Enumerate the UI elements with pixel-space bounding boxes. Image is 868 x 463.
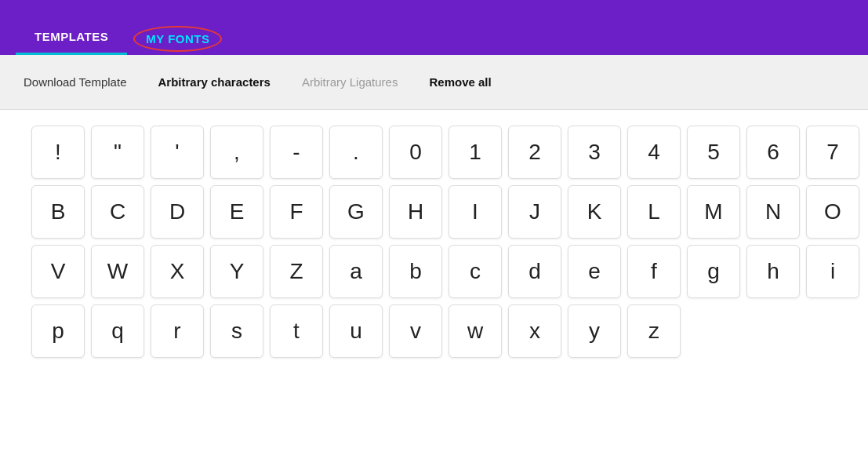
char-cell[interactable]: L [627,185,681,239]
char-cell[interactable]: w [449,304,502,358]
char-cell[interactable]: D [151,185,204,239]
char-cell[interactable]: f [627,245,681,298]
char-cell[interactable]: 1 [449,126,502,179]
char-cell[interactable]: b [389,245,442,298]
nav-tab-templates[interactable]: TEMPLATES [16,20,127,55]
char-row-3: VWXYZabcdefghi [31,245,837,298]
char-cell[interactable]: 7 [806,126,859,179]
char-cell[interactable]: O [806,185,859,239]
char-cell[interactable]: . [329,126,383,179]
char-cell[interactable]: W [91,245,144,298]
char-cell[interactable]: G [329,185,383,239]
char-cell[interactable]: r [151,304,204,358]
subtab-download-template[interactable]: Download Template [8,66,142,98]
char-cell[interactable]: K [568,185,621,239]
char-cell[interactable]: B [31,185,85,239]
char-cell[interactable]: h [746,245,800,298]
char-cell[interactable]: 4 [627,126,681,179]
char-cell[interactable]: y [568,304,621,358]
char-cell[interactable]: q [91,304,144,358]
char-row-2: BCDEFGHIJKLMNO [31,185,837,239]
char-cell[interactable]: i [806,245,859,298]
char-cell[interactable]: H [389,185,442,239]
char-cell[interactable]: g [687,245,740,298]
char-cell[interactable]: a [329,245,383,298]
header: TEMPLATES MY FONTS [0,0,868,55]
char-cell[interactable]: 2 [508,126,561,179]
subtab-remove-all[interactable]: Remove all [413,66,507,98]
char-cell[interactable]: V [31,245,85,298]
char-cell[interactable]: M [687,185,740,239]
subtab-arbitrary-ligatures[interactable]: Arbitrary Ligatures [286,66,414,98]
character-grid-area: !"',-.01234567 BCDEFGHIJKLMNO VWXYZabcde… [0,110,868,380]
char-cell[interactable]: C [91,185,144,239]
char-cell[interactable]: x [508,304,561,358]
char-cell[interactable]: N [746,185,800,239]
char-cell[interactable]: d [508,245,561,298]
char-row-1: !"',-.01234567 [31,126,837,179]
char-cell[interactable]: s [210,304,263,358]
nav-tab-my-fonts[interactable]: MY FONTS [127,23,228,55]
char-cell[interactable]: X [151,245,204,298]
char-cell[interactable]: ! [31,126,85,179]
char-cell[interactable]: t [270,304,323,358]
char-cell[interactable]: 3 [568,126,621,179]
char-cell[interactable]: p [31,304,85,358]
char-cell[interactable]: 6 [746,126,800,179]
char-cell[interactable]: J [508,185,561,239]
char-cell[interactable]: e [568,245,621,298]
char-cell[interactable]: I [449,185,502,239]
char-cell[interactable]: v [389,304,442,358]
subtabs-bar: Download Template Arbitrary characters A… [0,55,868,110]
char-cell[interactable]: - [270,126,323,179]
char-cell[interactable]: z [627,304,681,358]
subtab-arbitrary-characters[interactable]: Arbitrary characters [142,66,285,98]
char-cell[interactable]: , [210,126,263,179]
char-cell[interactable]: 0 [389,126,442,179]
char-cell[interactable]: Z [270,245,323,298]
char-cell[interactable]: " [91,126,144,179]
char-cell[interactable]: ' [151,126,204,179]
char-cell[interactable]: E [210,185,263,239]
char-cell[interactable]: 5 [687,126,740,179]
char-cell[interactable]: F [270,185,323,239]
char-cell[interactable]: u [329,304,383,358]
char-cell[interactable]: Y [210,245,263,298]
char-row-4: pqrstuvwxyz [31,304,837,358]
char-cell[interactable]: c [449,245,502,298]
